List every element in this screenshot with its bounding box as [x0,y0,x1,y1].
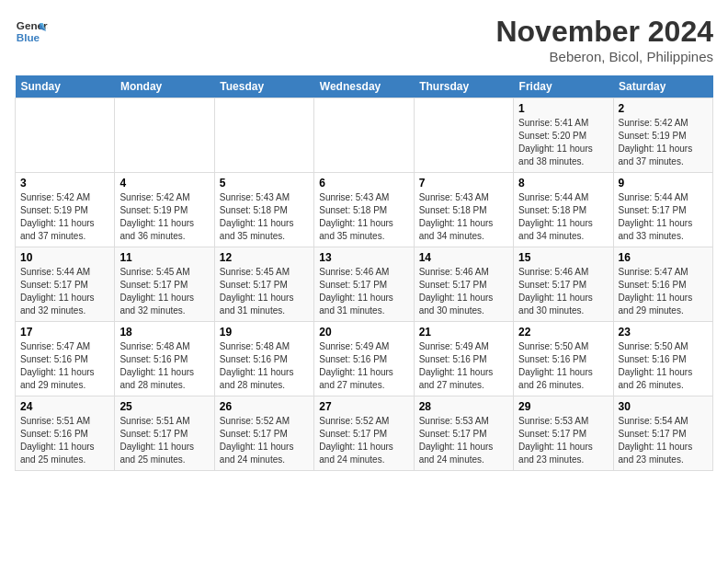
calendar-week-2: 3Sunrise: 5:42 AMSunset: 5:19 PMDaylight… [16,173,713,247]
calendar-cell [16,98,115,173]
day-info: Sunrise: 5:49 AMSunset: 5:16 PMDaylight:… [319,340,408,392]
day-info: Sunrise: 5:50 AMSunset: 5:16 PMDaylight:… [619,340,708,392]
day-number: 1 [518,102,608,115]
day-number: 25 [119,400,209,413]
day-header-saturday: Saturday [613,75,712,98]
day-info: Sunrise: 5:43 AMSunset: 5:18 PMDaylight:… [419,191,508,243]
calendar-cell: 3Sunrise: 5:42 AMSunset: 5:19 PMDaylight… [16,173,115,247]
calendar-cell: 2Sunrise: 5:42 AMSunset: 5:19 PMDaylight… [613,98,712,173]
calendar-cell [214,98,313,173]
day-number: 6 [319,177,408,190]
day-number: 17 [20,326,109,339]
day-number: 10 [20,251,109,264]
title-block: November 2024 Beberon, Bicol, Philippine… [495,15,713,64]
day-info: Sunrise: 5:41 AMSunset: 5:20 PMDaylight:… [518,117,608,168]
calendar-cell: 1Sunrise: 5:41 AMSunset: 5:20 PMDaylight… [514,98,613,173]
calendar-cell: 27Sunrise: 5:52 AMSunset: 5:17 PMDayligh… [314,396,414,471]
calendar-cell [414,98,513,173]
calendar-header-row: SundayMondayTuesdayWednesdayThursdayFrid… [16,75,713,98]
calendar-cell: 22Sunrise: 5:50 AMSunset: 5:16 PMDayligh… [514,322,613,396]
day-info: Sunrise: 5:49 AMSunset: 5:16 PMDaylight:… [419,340,508,392]
day-info: Sunrise: 5:43 AMSunset: 5:18 PMDaylight:… [220,191,309,243]
day-info: Sunrise: 5:44 AMSunset: 5:17 PMDaylight:… [20,266,109,317]
calendar-cell: 4Sunrise: 5:42 AMSunset: 5:19 PMDaylight… [115,173,214,247]
day-number: 15 [518,251,608,264]
day-number: 12 [220,251,309,264]
day-number: 3 [20,177,109,190]
day-info: Sunrise: 5:46 AMSunset: 5:17 PMDaylight:… [419,266,508,317]
calendar-cell: 5Sunrise: 5:43 AMSunset: 5:18 PMDaylight… [214,173,313,247]
day-info: Sunrise: 5:46 AMSunset: 5:17 PMDaylight:… [319,266,408,317]
day-number: 19 [220,326,309,339]
day-info: Sunrise: 5:45 AMSunset: 5:17 PMDaylight:… [119,266,209,317]
day-info: Sunrise: 5:47 AMSunset: 5:16 PMDaylight:… [20,340,109,392]
day-number: 11 [119,251,209,264]
calendar-cell: 21Sunrise: 5:49 AMSunset: 5:16 PMDayligh… [414,322,513,396]
main-title: November 2024 [495,15,713,49]
calendar-cell: 29Sunrise: 5:53 AMSunset: 5:17 PMDayligh… [514,396,613,471]
day-info: Sunrise: 5:42 AMSunset: 5:19 PMDaylight:… [20,191,109,243]
day-number: 9 [619,177,708,190]
day-number: 22 [518,326,608,339]
day-header-wednesday: Wednesday [314,75,414,98]
calendar-cell: 15Sunrise: 5:46 AMSunset: 5:17 PMDayligh… [514,247,613,322]
day-info: Sunrise: 5:43 AMSunset: 5:18 PMDaylight:… [319,191,408,243]
day-number: 21 [419,326,508,339]
day-number: 30 [619,400,708,413]
calendar-cell: 6Sunrise: 5:43 AMSunset: 5:18 PMDaylight… [314,173,414,247]
day-number: 5 [220,177,309,190]
subtitle: Beberon, Bicol, Philippines [495,49,713,64]
calendar-cell: 18Sunrise: 5:48 AMSunset: 5:16 PMDayligh… [115,322,214,396]
day-info: Sunrise: 5:47 AMSunset: 5:16 PMDaylight:… [619,266,708,317]
day-info: Sunrise: 5:46 AMSunset: 5:17 PMDaylight:… [518,266,608,317]
calendar-cell: 9Sunrise: 5:44 AMSunset: 5:17 PMDaylight… [613,173,712,247]
calendar-cell: 12Sunrise: 5:45 AMSunset: 5:17 PMDayligh… [214,247,313,322]
day-info: Sunrise: 5:51 AMSunset: 5:17 PMDaylight:… [119,415,209,466]
day-header-tuesday: Tuesday [214,75,313,98]
calendar-cell: 14Sunrise: 5:46 AMSunset: 5:17 PMDayligh… [414,247,513,322]
day-info: Sunrise: 5:50 AMSunset: 5:16 PMDaylight:… [518,340,608,392]
day-number: 2 [619,102,708,115]
calendar-body: 1Sunrise: 5:41 AMSunset: 5:20 PMDaylight… [16,98,713,471]
day-header-monday: Monday [115,75,214,98]
calendar-cell: 17Sunrise: 5:47 AMSunset: 5:16 PMDayligh… [16,322,115,396]
day-number: 7 [419,177,508,190]
day-number: 27 [319,400,408,413]
day-info: Sunrise: 5:44 AMSunset: 5:18 PMDaylight:… [518,191,608,243]
logo: General Blue [15,15,48,48]
calendar-table: SundayMondayTuesdayWednesdayThursdayFrid… [15,75,713,471]
day-header-friday: Friday [514,75,613,98]
calendar-week-5: 24Sunrise: 5:51 AMSunset: 5:16 PMDayligh… [16,396,713,471]
day-number: 4 [119,177,209,190]
day-info: Sunrise: 5:42 AMSunset: 5:19 PMDaylight:… [619,117,708,168]
day-number: 29 [518,400,608,413]
calendar-cell: 10Sunrise: 5:44 AMSunset: 5:17 PMDayligh… [16,247,115,322]
calendar-cell: 26Sunrise: 5:52 AMSunset: 5:17 PMDayligh… [214,396,313,471]
day-info: Sunrise: 5:44 AMSunset: 5:17 PMDaylight:… [619,191,708,243]
logo-icon: General Blue [15,15,48,48]
calendar-cell [314,98,414,173]
calendar-cell: 7Sunrise: 5:43 AMSunset: 5:18 PMDaylight… [414,173,513,247]
calendar-week-3: 10Sunrise: 5:44 AMSunset: 5:17 PMDayligh… [16,247,713,322]
calendar-cell: 13Sunrise: 5:46 AMSunset: 5:17 PMDayligh… [314,247,414,322]
day-header-thursday: Thursday [414,75,513,98]
day-info: Sunrise: 5:53 AMSunset: 5:17 PMDaylight:… [518,415,608,466]
day-number: 13 [319,251,408,264]
calendar-cell: 28Sunrise: 5:53 AMSunset: 5:17 PMDayligh… [414,396,513,471]
day-info: Sunrise: 5:48 AMSunset: 5:16 PMDaylight:… [119,340,209,392]
calendar-cell: 8Sunrise: 5:44 AMSunset: 5:18 PMDaylight… [514,173,613,247]
day-info: Sunrise: 5:53 AMSunset: 5:17 PMDaylight:… [419,415,508,466]
calendar-cell: 23Sunrise: 5:50 AMSunset: 5:16 PMDayligh… [613,322,712,396]
day-number: 16 [619,251,708,264]
calendar-cell: 11Sunrise: 5:45 AMSunset: 5:17 PMDayligh… [115,247,214,322]
calendar-week-1: 1Sunrise: 5:41 AMSunset: 5:20 PMDaylight… [16,98,713,173]
calendar-cell [115,98,214,173]
day-info: Sunrise: 5:45 AMSunset: 5:17 PMDaylight:… [220,266,309,317]
day-number: 26 [220,400,309,413]
day-info: Sunrise: 5:51 AMSunset: 5:16 PMDaylight:… [20,415,109,466]
page-header: General Blue November 2024 Beberon, Bico… [15,15,713,64]
calendar-cell: 24Sunrise: 5:51 AMSunset: 5:16 PMDayligh… [16,396,115,471]
day-number: 28 [419,400,508,413]
calendar-cell: 19Sunrise: 5:48 AMSunset: 5:16 PMDayligh… [214,322,313,396]
day-number: 20 [319,326,408,339]
